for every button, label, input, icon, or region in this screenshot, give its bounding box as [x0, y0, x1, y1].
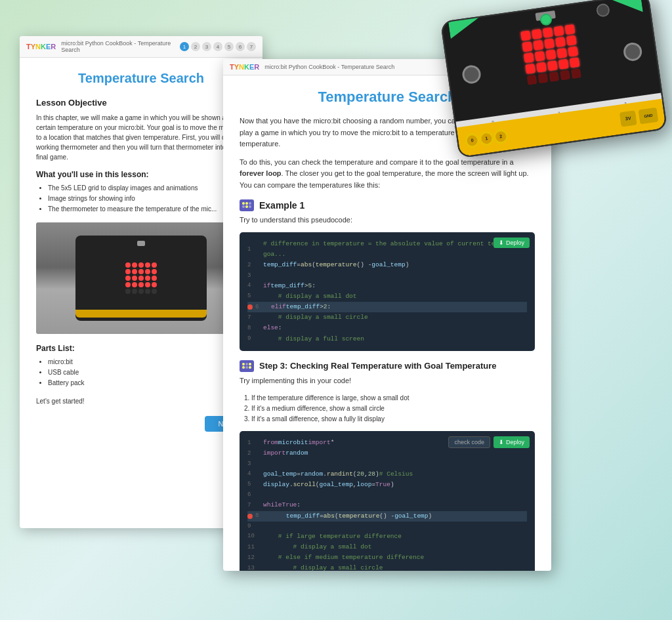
s3-line-9: 9 [247, 522, 527, 531]
s3-line-3: 3 [247, 459, 527, 469]
step3-subtitle: Try implementing this in your code! [240, 375, 535, 387]
s3-line-12: 12 # else if medium temperature differen… [247, 552, 527, 563]
s3-line-6: 6 [247, 490, 527, 500]
tynker-logo-front: TYNKER [230, 63, 259, 71]
svg-marker-1 [608, 0, 642, 16]
nav-dot-2[interactable]: 2 [191, 42, 200, 51]
what-youll-use-title: What you'll use in this lesson: [36, 170, 246, 179]
page-back-header: TYNKER micro:bit Python CookBook - Tempe… [20, 36, 262, 58]
step3-header: Step 3: Checking Real Temperature with G… [240, 360, 535, 372]
next-btn-container: Next [36, 416, 246, 432]
microbit-button-a [461, 64, 482, 85]
example1-deploy-button[interactable]: ⬇ Deploy [494, 238, 530, 248]
s3-line-4: 4 goal_temp = random.randint(20, 28) # C… [247, 469, 527, 480]
example1-code-block: ⬇ Deploy 1 # difference in temperature =… [240, 232, 535, 351]
lesson-objective-text: In this chapter, we will make a game in … [36, 113, 246, 162]
example1-icon [240, 199, 254, 211]
check-code-button[interactable]: check code [448, 436, 490, 448]
step3-item-3: If it's a small difference, show a fully… [251, 414, 535, 424]
s3-line-10: 10 # if large temperature difference [247, 531, 527, 542]
microbit-photo-leds [125, 262, 157, 294]
code-line-7: 7 # display a small circle [247, 312, 527, 323]
parts-section: Parts List: micro:bit USB cable Battery … [36, 344, 246, 406]
code-line-5: 5 # display a small dot [247, 291, 527, 302]
tynker-logo-back: TYNKER [26, 43, 56, 51]
page-back-heading: Temperature Search [36, 71, 246, 86]
s3-line-11: 11 # display a small dot [247, 542, 527, 552]
nav-dot-6[interactable]: 6 [236, 42, 245, 51]
nav-dot-5[interactable]: 5 [224, 42, 234, 51]
lets-get-started: Let's get started! [36, 396, 246, 406]
intro-text-2: To do this, you can check the temperatur… [240, 157, 535, 192]
code-line-4: 4 if temp_diff > 5: [247, 281, 527, 291]
step3-title: Step 3: Checking Real Temperature with G… [259, 361, 496, 371]
nav-dot-4[interactable]: 4 [213, 42, 222, 51]
code-line-8: 8 else: [247, 323, 527, 333]
deploy-icon: ⬇ [499, 239, 504, 246]
step3-icon [240, 360, 254, 372]
code-line-1: 1 # difference in temperature = the abso… [247, 239, 527, 260]
what-youll-use-item-2: Image strings for showing info [48, 194, 246, 204]
lesson-objective-title: Lesson Objective [36, 98, 246, 108]
microbit-speaker [596, 3, 611, 18]
step3-code-actions: check code ⬇ Deploy [448, 436, 530, 448]
s3-line-8: 8 temp_diff = abs(temperature() - goal_t… [247, 511, 527, 522]
svg-marker-0 [448, 16, 483, 39]
step3-code-block: check code ⬇ Deploy 1 from microbit impo… [240, 431, 535, 571]
parts-item-2: USB cable [48, 367, 246, 378]
microbit-led-matrix [520, 24, 581, 85]
page-nav-dots: 1 2 3 4 5 6 7 [180, 42, 256, 51]
parts-title: Parts List: [36, 344, 246, 353]
microbit-pin-1: 1 [478, 130, 495, 146]
example1-header: Example 1 [240, 199, 535, 211]
nav-dot-1[interactable]: 1 [180, 42, 189, 51]
microbit-button-b [622, 41, 643, 62]
step3-list: If the temperature difference is large, … [251, 393, 535, 424]
deploy-icon-2: ⬇ [499, 439, 504, 445]
what-youll-use-item-3: The thermometer to measure the temperatu… [48, 204, 246, 215]
code-line-2: 2 temp_diff = abs(temperature() - goal_t… [247, 260, 527, 270]
parts-list: micro:bit USB cable Battery pack [48, 357, 246, 388]
step3-item-1: If the temperature difference is large, … [251, 393, 535, 403]
what-youll-use-list: The 5x5 LED grid to display images and a… [48, 183, 246, 215]
parts-item-1: micro:bit [48, 357, 246, 367]
parts-item-3: Battery pack [48, 378, 246, 388]
s3-line-13: 13 # display a small circle [247, 563, 527, 571]
step3-item-2: If it's a medium difference, show a smal… [251, 403, 535, 414]
code-line-9: 9 # display a full screen [247, 334, 527, 344]
what-youll-use-item-1: The 5x5 LED grid to display images and a… [48, 183, 246, 194]
nav-dot-3[interactable]: 3 [202, 42, 211, 51]
code-line-6: 6 elif temp_diff > 2: [247, 302, 527, 312]
nav-dot-7[interactable]: 7 [247, 42, 256, 51]
page-back-tab-title: micro:bit Python CookBook - Temperature … [61, 40, 175, 53]
microbit-pin-3v: 3V [620, 110, 637, 127]
microbit-pin-gnd: GND [639, 107, 659, 124]
s3-line-5: 5 display.scroll(goal_temp, loop=True) [247, 480, 527, 490]
page-front-tab-title: micro:bit Python CookBook - Temperature … [264, 64, 394, 70]
microbit-photo [36, 222, 246, 334]
example1-subtitle: Try to understand this pseudocode: [240, 215, 535, 226]
example1-title: Example 1 [259, 200, 304, 211]
s3-line-2: 2 import random [247, 448, 527, 459]
code-line-3: 3 [247, 271, 527, 281]
s3-line-7: 7 while True: [247, 500, 527, 510]
microbit-pin-0: 0 [464, 132, 480, 148]
step3-deploy-button[interactable]: ⬇ Deploy [494, 436, 530, 448]
microbit-in-hand [75, 236, 207, 321]
microbit-pin-2: 2 [493, 128, 509, 144]
